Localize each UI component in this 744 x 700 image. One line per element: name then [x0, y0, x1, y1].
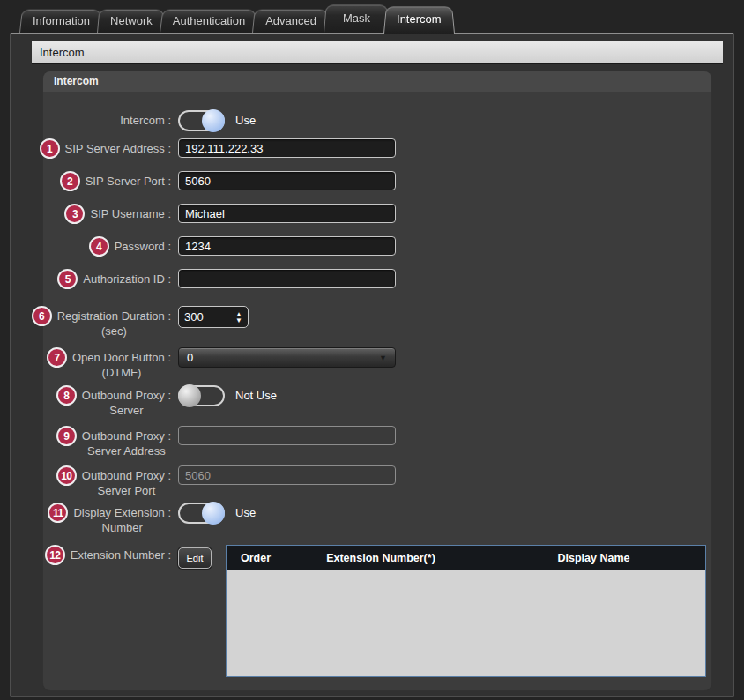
table-body-empty[interactable]	[227, 570, 705, 676]
toggle-knob-icon	[178, 384, 201, 407]
step-badge: 10	[56, 465, 77, 486]
row-display-extension-number: 11 Display Extension :Number Use	[43, 503, 703, 535]
display-extension-toggle[interactable]	[178, 503, 225, 524]
row-authorization-id: 5 Authorization ID :	[43, 269, 703, 289]
tab-label: Authentication	[173, 14, 245, 27]
registration-duration-spinner: ▲ ▼	[178, 306, 249, 328]
tab-content-panel: Intercom Intercom Intercom : Use 1 SIP S…	[10, 33, 734, 697]
tab-bar: Information Network Authentication Advan…	[0, 0, 744, 33]
step-badge: 9	[56, 426, 77, 446]
field-label: Authorization ID :	[83, 269, 171, 287]
row-registration-duration: 6 Registration Duration :(sec) ▲ ▼	[43, 306, 703, 339]
registration-duration-input[interactable]	[184, 310, 235, 324]
field-label: Outbound Proxy :Server	[82, 385, 171, 418]
dropdown-selected-value: 0	[187, 351, 193, 364]
step-badge: 12	[45, 545, 65, 565]
row-sip-username: 3 SIP Username :	[43, 204, 703, 224]
toggle-state-label: Use	[235, 110, 256, 131]
tab-advanced[interactable]: Advanced	[252, 8, 330, 33]
field-label: Extension Number :	[71, 545, 171, 562]
toggle-knob-icon	[202, 109, 225, 132]
toggle-state-label: Use	[235, 503, 256, 524]
groupbox-body: Intercom : Use 1 SIP Server Address : 2 …	[43, 92, 711, 677]
column-header-display-name: Display Name	[482, 552, 705, 564]
outbound-proxy-address-input	[178, 426, 396, 445]
row-open-door-button: 7 Open Door Button :(DTMF) 0 ▼	[43, 347, 703, 380]
step-badge: 3	[64, 204, 85, 224]
field-label: Intercom :	[120, 110, 171, 128]
row-sip-server-port: 2 SIP Server Port :	[43, 171, 703, 191]
row-outbound-proxy-address: 9 Outbound Proxy :Server Address	[43, 426, 703, 458]
spin-down-icon[interactable]: ▼	[235, 317, 242, 324]
field-label: Display Extension :Number	[73, 503, 171, 535]
section-title-bar: Intercom	[32, 41, 723, 63]
field-label: SIP Username :	[90, 204, 171, 221]
column-header-extension-number: Extension Number(*)	[279, 552, 482, 564]
row-outbound-proxy-port: 10 Outbound Proxy :Server Port	[43, 465, 703, 498]
authorization-id-input[interactable]	[178, 269, 396, 288]
step-badge: 11	[48, 503, 68, 523]
step-badge: 4	[89, 236, 109, 257]
tab-label: Network	[110, 14, 153, 27]
table-header-row: Order Extension Number(*) Display Name	[227, 546, 705, 570]
field-label: Open Door Button :(DTMF)	[72, 347, 171, 380]
field-label: Outbound Proxy :Server Port	[82, 465, 171, 498]
sip-server-port-input[interactable]	[178, 171, 396, 190]
step-badge: 5	[57, 269, 78, 289]
tab-label: Information	[33, 14, 90, 27]
row-outbound-proxy-server: 8 Outbound Proxy :Server Not Use	[43, 385, 703, 418]
tab-network[interactable]: Network	[97, 8, 166, 33]
field-label: Password :	[115, 236, 171, 254]
tab-mask[interactable]: Mask	[324, 3, 390, 33]
sip-server-address-input[interactable]	[178, 138, 396, 158]
intercom-groupbox: Intercom Intercom : Use 1 SIP Server Add…	[43, 71, 711, 690]
open-door-button-dropdown[interactable]: 0 ▼	[178, 347, 396, 368]
tab-label: Mask	[343, 11, 370, 25]
password-input[interactable]	[178, 236, 396, 256]
outbound-proxy-port-input	[178, 465, 396, 485]
step-badge: 7	[47, 347, 67, 368]
toggle-knob-icon	[202, 502, 225, 525]
tab-authentication[interactable]: Authentication	[160, 8, 258, 33]
step-badge: 8	[56, 385, 77, 406]
row-sip-server-address: 1 SIP Server Address :	[43, 138, 703, 159]
edit-button[interactable]: Edit	[178, 547, 212, 569]
step-badge: 6	[32, 306, 52, 326]
groupbox-title: Intercom	[43, 71, 711, 92]
sip-username-input[interactable]	[178, 204, 396, 223]
step-badge: 1	[40, 138, 60, 159]
row-intercom-enable: Intercom : Use	[43, 110, 703, 131]
tab-intercom[interactable]: Intercom	[383, 4, 455, 34]
toggle-state-label: Not Use	[235, 385, 277, 406]
extension-number-table[interactable]: Order Extension Number(*) Display Name	[226, 545, 706, 677]
row-extension-number: 12 Extension Number : Edit Order Extensi…	[43, 545, 703, 677]
intercom-toggle[interactable]	[178, 110, 225, 131]
tab-label: Advanced	[265, 14, 316, 27]
outbound-proxy-toggle[interactable]	[178, 385, 225, 406]
chevron-down-icon: ▼	[379, 354, 387, 362]
field-label: SIP Server Port :	[86, 171, 171, 189]
spinner-arrows: ▲ ▼	[235, 311, 242, 324]
row-password: 4 Password :	[43, 236, 703, 257]
step-badge: 2	[60, 171, 80, 191]
tab-information[interactable]: Information	[19, 8, 103, 33]
field-label: Registration Duration :(sec)	[57, 306, 171, 339]
column-header-order: Order	[227, 552, 279, 564]
field-label: Outbound Proxy :Server Address	[82, 426, 171, 458]
field-label: SIP Server Address :	[65, 138, 171, 156]
tab-label: Intercom	[397, 12, 442, 26]
